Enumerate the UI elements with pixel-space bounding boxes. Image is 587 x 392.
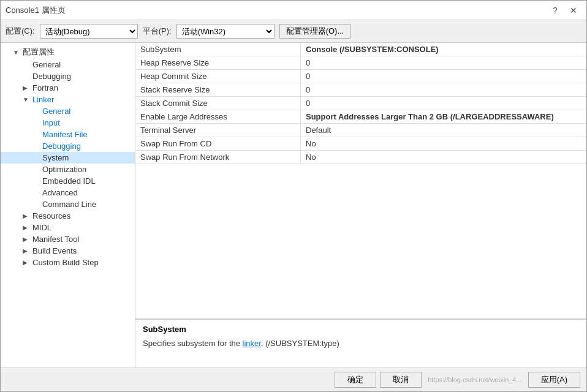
table-row[interactable]: Stack Reserve Size0 <box>135 83 586 97</box>
sidebar: ▼配置属性GeneralDebugging▶Fortran▼LinkerGene… <box>1 43 135 368</box>
table-row[interactable]: SubSystemConsole (/SUBSYSTEM:CONSOLE) <box>135 43 586 56</box>
title-bar: Console1 属性页 ? ✕ <box>1 1 586 20</box>
main-area: ▼配置属性GeneralDebugging▶Fortran▼LinkerGene… <box>1 43 586 368</box>
prop-value: 0 <box>301 97 586 110</box>
desc-text: Specifies subsystem for the linker. (/SU… <box>143 337 579 350</box>
watermark: https://blog.csdn.net/weixin_4... <box>425 372 524 388</box>
prop-name: Terminal Server <box>135 124 301 137</box>
prop-value: 0 <box>301 70 586 83</box>
prop-value: Default <box>301 124 586 137</box>
sidebar-label-linker-input: Input <box>42 118 60 127</box>
sidebar-label-linker-general: General <box>42 107 70 116</box>
dialog-window: Console1 属性页 ? ✕ 配置(C): 活动(Debug) 平台(P):… <box>0 0 587 392</box>
sidebar-item-debugging[interactable]: Debugging <box>1 70 135 82</box>
table-row[interactable]: Heap Commit Size0 <box>135 70 586 83</box>
sidebar-item-linker-manifest[interactable]: Manifest File <box>1 129 135 140</box>
table-row[interactable]: Heap Reserve Size0 <box>135 56 586 70</box>
toolbar-row: 配置(C): 活动(Debug) 平台(P): 活动(Win32) 配置管理器(… <box>1 20 586 43</box>
dialog-title: Console1 属性页 <box>6 5 66 16</box>
config-label: 配置(C): <box>6 26 35 37</box>
sidebar-item-linker-debugging[interactable]: Debugging <box>1 140 135 152</box>
sidebar-item-resources[interactable]: ▶Resources <box>1 210 135 222</box>
prop-name: SubSystem <box>135 43 301 56</box>
platform-select[interactable]: 活动(Win32) <box>176 24 275 39</box>
prop-value: No <box>301 151 586 164</box>
sidebar-item-linker-optimization[interactable]: Optimization <box>1 164 135 175</box>
sidebar-item-linker-system[interactable]: System <box>1 152 135 164</box>
sidebar-label-linker: Linker <box>32 95 54 104</box>
linker-link[interactable]: linker <box>243 339 261 348</box>
sidebar-item-linker-advanced[interactable]: Advanced <box>1 187 135 198</box>
prop-name: Swap Run From Network <box>135 151 301 164</box>
title-bar-left: Console1 属性页 <box>6 5 66 16</box>
apply-button[interactable]: 应用(A) <box>528 372 580 388</box>
sidebar-label-linker-embedded-idl: Embedded IDL <box>42 176 96 186</box>
content-area: SubSystemConsole (/SUBSYSTEM:CONSOLE)Hea… <box>135 43 586 368</box>
sidebar-item-build-events[interactable]: ▶Build Events <box>1 245 135 257</box>
sidebar-label-linker-advanced: Advanced <box>42 188 78 197</box>
cancel-button[interactable]: 取消 <box>380 372 422 388</box>
props-table: SubSystemConsole (/SUBSYSTEM:CONSOLE)Hea… <box>135 43 586 318</box>
platform-label: 平台(P): <box>143 26 172 37</box>
sidebar-item-linker-general[interactable]: General <box>1 105 135 117</box>
sidebar-label-general: General <box>32 60 61 69</box>
sidebar-label-build-events: Build Events <box>32 246 77 255</box>
sidebar-label-fortran: Fortran <box>32 83 58 92</box>
prop-value: Support Addresses Larger Than 2 GB (/LAR… <box>301 110 586 123</box>
description-area: SubSystem Specifies subsystem for the li… <box>135 318 586 368</box>
sidebar-label-linker-debugging: Debugging <box>42 141 81 151</box>
expand-icon-fortran: ▶ <box>23 85 30 91</box>
expand-icon-build-events: ▶ <box>23 247 30 254</box>
help-button[interactable]: ? <box>547 4 563 17</box>
title-bar-right: ? ✕ <box>547 4 581 17</box>
sidebar-item-linker[interactable]: ▼Linker <box>1 94 135 105</box>
sidebar-label-linker-optimization: Optimization <box>42 165 86 174</box>
prop-value: 0 <box>301 83 586 96</box>
config-select[interactable]: 活动(Debug) <box>40 24 138 39</box>
prop-value: No <box>301 137 586 150</box>
prop-name: Stack Commit Size <box>135 97 301 110</box>
expand-icon-midl: ▶ <box>23 224 30 231</box>
manager-button[interactable]: 配置管理器(O)... <box>279 24 351 39</box>
sidebar-item-linker-cmdline[interactable]: Command Line <box>1 198 135 210</box>
prop-name: Heap Reserve Size <box>135 56 301 69</box>
table-row[interactable]: Enable Large AddressesSupport Addresses … <box>135 110 586 124</box>
sidebar-item-linker-embedded-idl[interactable]: Embedded IDL <box>1 175 135 187</box>
sidebar-label-config-props: 配置属性 <box>23 47 55 58</box>
sidebar-label-linker-system: System <box>42 153 69 162</box>
sidebar-label-linker-manifest: Manifest File <box>42 130 88 139</box>
table-row[interactable]: Swap Run From NetworkNo <box>135 151 586 164</box>
prop-name: Enable Large Addresses <box>135 110 301 123</box>
table-row[interactable]: Terminal ServerDefault <box>135 124 586 137</box>
table-row[interactable]: Stack Commit Size0 <box>135 97 586 110</box>
prop-name: Heap Commit Size <box>135 70 301 83</box>
sidebar-item-midl[interactable]: ▶MIDL <box>1 222 135 233</box>
sidebar-label-custom-build-step: Custom Build Step <box>32 258 99 267</box>
sidebar-item-custom-build-step[interactable]: ▶Custom Build Step <box>1 257 135 268</box>
expand-icon-resources: ▶ <box>23 213 30 219</box>
sidebar-item-general[interactable]: General <box>1 59 135 70</box>
table-row[interactable]: Swap Run From CDNo <box>135 137 586 151</box>
sidebar-label-linker-cmdline: Command Line <box>42 200 96 209</box>
prop-value: 0 <box>301 56 586 69</box>
footer: 确定 取消 https://blog.csdn.net/weixin_4... … <box>1 368 586 391</box>
prop-name: Swap Run From CD <box>135 137 301 150</box>
expand-icon-config-props: ▼ <box>13 49 20 56</box>
ok-button[interactable]: 确定 <box>335 372 376 388</box>
expand-icon-linker: ▼ <box>23 96 30 103</box>
expand-icon-custom-build-step: ▶ <box>23 259 30 266</box>
sidebar-label-debugging: Debugging <box>32 72 71 81</box>
sidebar-item-config-props[interactable]: ▼配置属性 <box>1 45 135 59</box>
prop-value: Console (/SUBSYSTEM:CONSOLE) <box>301 43 586 56</box>
sidebar-label-manifest-tool: Manifest Tool <box>32 235 79 244</box>
sidebar-item-linker-input[interactable]: Input <box>1 117 135 129</box>
close-button[interactable]: ✕ <box>566 4 581 17</box>
sidebar-item-fortran[interactable]: ▶Fortran <box>1 82 135 94</box>
sidebar-label-resources: Resources <box>32 211 70 221</box>
sidebar-label-midl: MIDL <box>32 223 51 232</box>
expand-icon-manifest-tool: ▶ <box>23 236 30 243</box>
prop-name: Stack Reserve Size <box>135 83 301 96</box>
desc-title: SubSystem <box>143 325 579 334</box>
sidebar-item-manifest-tool[interactable]: ▶Manifest Tool <box>1 233 135 245</box>
